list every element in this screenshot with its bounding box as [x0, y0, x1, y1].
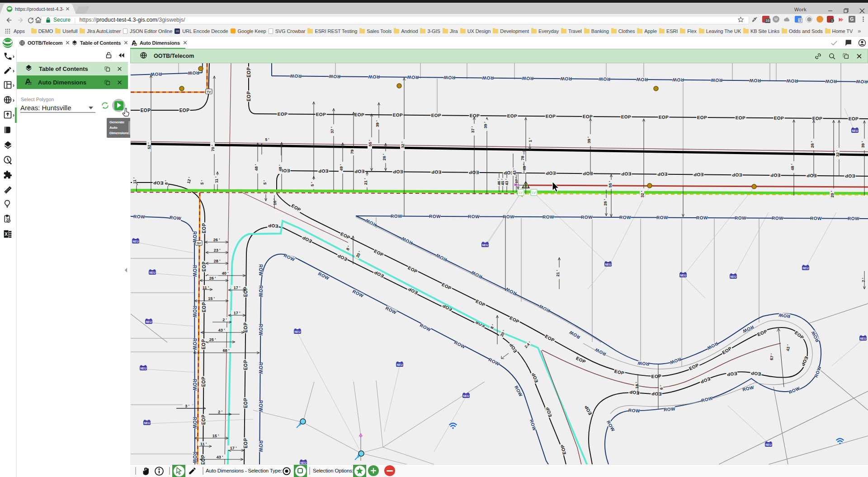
- svg-text:NEU: NEU: [605, 263, 611, 266]
- svg-text:70 ': 70 ': [211, 145, 215, 152]
- svg-text:32 ': 32 ': [640, 191, 645, 198]
- svg-text:EOP: EOP: [202, 262, 207, 272]
- svg-text:EOP: EOP: [507, 113, 518, 118]
- svg-text:ROW: ROW: [150, 71, 162, 77]
- svg-text:ROW: ROW: [429, 214, 441, 219]
- svg-text:EOP: EOP: [431, 113, 442, 118]
- svg-text:ROW: ROW: [560, 76, 572, 81]
- svg-text:EOP: EOP: [246, 91, 251, 102]
- svg-text:17 ': 17 ': [234, 311, 241, 315]
- svg-text:18 ': 18 ': [635, 382, 639, 389]
- svg-text:ROW: ROW: [258, 440, 263, 452]
- svg-text:43 ': 43 ': [512, 168, 517, 175]
- svg-text:ROW: ROW: [258, 324, 263, 336]
- svg-text:ROW: ROW: [749, 78, 761, 83]
- svg-text:EOP: EOP: [651, 391, 662, 397]
- svg-text:26 ': 26 ': [213, 238, 220, 242]
- svg-text:ROW: ROW: [192, 379, 197, 391]
- svg-text:ROW: ROW: [656, 215, 668, 220]
- svg-text:X: X: [5, 232, 8, 237]
- svg-text:EOP: EOP: [469, 170, 479, 175]
- svg-text:ROW: ROW: [192, 306, 197, 318]
- svg-text:20 ': 20 ': [830, 191, 835, 198]
- svg-text:ROW: ROW: [628, 408, 641, 413]
- svg-text:23 ': 23 ': [214, 248, 221, 253]
- svg-text:NEU: NEU: [294, 330, 301, 333]
- svg-text:TV: TV: [207, 90, 211, 94]
- svg-text:5 ': 5 ': [200, 180, 205, 185]
- svg-text:ROW: ROW: [443, 75, 455, 80]
- svg-text:ROW: ROW: [482, 75, 494, 80]
- svg-text:48 ': 48 ': [790, 164, 795, 171]
- svg-text:ROW: ROW: [542, 215, 554, 220]
- svg-text:ROW: ROW: [290, 74, 302, 79]
- svg-text:2 ': 2 ': [222, 318, 227, 322]
- svg-text:ROW: ROW: [192, 417, 197, 429]
- svg-text:67 ': 67 ': [769, 353, 775, 360]
- svg-text:78: 78: [520, 156, 525, 160]
- svg-text:EOP: EOP: [770, 173, 781, 178]
- svg-text:21 ': 21 ': [363, 178, 368, 185]
- svg-text:NEU: NEU: [146, 320, 152, 323]
- svg-text:26 ': 26 ': [209, 276, 216, 281]
- svg-text:49 ': 49 ': [339, 164, 344, 171]
- svg-text:EOP: EOP: [202, 223, 207, 234]
- svg-text:68 ': 68 ': [223, 348, 230, 353]
- svg-text:ROW: ROW: [599, 77, 610, 82]
- svg-text:37 ': 37 ': [330, 127, 335, 134]
- svg-text:ROW: ROW: [258, 362, 263, 374]
- svg-text:79: 79: [350, 150, 354, 154]
- svg-text:43 ': 43 ': [786, 344, 791, 351]
- svg-text:21 ': 21 ': [556, 270, 560, 277]
- svg-text:EOP: EOP: [583, 114, 593, 119]
- svg-text:1 ': 1 ': [528, 138, 533, 142]
- svg-text:39 ': 39 ': [861, 141, 865, 148]
- svg-text:ROW: ROW: [522, 76, 533, 81]
- svg-text:ROW: ROW: [825, 79, 837, 84]
- svg-text:39 ': 39 ': [587, 137, 591, 144]
- svg-text:ROW: ROW: [672, 77, 684, 82]
- svg-text:NEU: NEU: [802, 267, 809, 270]
- svg-text:NEU: NEU: [463, 394, 469, 398]
- svg-text:11 ': 11 ': [132, 178, 137, 184]
- svg-text:28 ': 28 ': [214, 259, 221, 263]
- svg-text:ROW: ROW: [407, 75, 419, 80]
- svg-text:EOP: EOP: [246, 67, 251, 78]
- svg-text:15 ': 15 ': [208, 296, 215, 301]
- svg-text:EOP: EOP: [774, 116, 784, 121]
- svg-text:ROW: ROW: [329, 74, 340, 79]
- svg-text:ROW: ROW: [192, 338, 197, 350]
- svg-text:NEU: NEU: [132, 240, 139, 243]
- svg-text:ROW: ROW: [810, 216, 822, 221]
- svg-text:5 ': 5 ': [265, 137, 269, 142]
- svg-text:EOP: EOP: [354, 169, 365, 174]
- svg-text:SV: SV: [197, 242, 201, 245]
- svg-text:ROW: ROW: [848, 216, 859, 221]
- svg-text:EOP: EOP: [651, 374, 662, 379]
- svg-text:11 ': 11 ': [214, 177, 219, 183]
- svg-text:NEU: NEU: [852, 129, 858, 132]
- svg-text:ROW: ROW: [258, 400, 263, 412]
- svg-text:ROW: ROW: [468, 214, 480, 219]
- svg-text:ROW: ROW: [192, 265, 197, 277]
- svg-text:EOP: EOP: [732, 173, 742, 178]
- svg-text:NEU: NEU: [680, 274, 686, 277]
- svg-text:EOP: EOP: [657, 172, 668, 177]
- svg-text:26 ': 26 ': [810, 141, 815, 148]
- svg-text:55 ': 55 ': [368, 140, 373, 147]
- svg-text:48 ': 48 ': [254, 164, 259, 171]
- svg-text:6 ': 6 ': [659, 385, 664, 390]
- svg-text:EOP: EOP: [393, 169, 403, 174]
- svg-text:NEU: NEU: [482, 243, 488, 247]
- svg-text:ROW: ROW: [637, 361, 650, 367]
- svg-text:ROW: ROW: [856, 79, 868, 84]
- svg-text:EOP: EOP: [141, 108, 151, 113]
- svg-text:NEU: NEU: [140, 367, 146, 370]
- svg-text:EOP: EOP: [243, 438, 248, 449]
- svg-text:480: 480: [134, 44, 137, 46]
- svg-text:8 ': 8 ': [164, 180, 169, 185]
- svg-text:ROW: ROW: [258, 264, 263, 276]
- svg-text:EOP: EOP: [546, 114, 556, 119]
- svg-text:EOP: EOP: [621, 171, 632, 176]
- svg-text:NEU: NEU: [396, 363, 403, 366]
